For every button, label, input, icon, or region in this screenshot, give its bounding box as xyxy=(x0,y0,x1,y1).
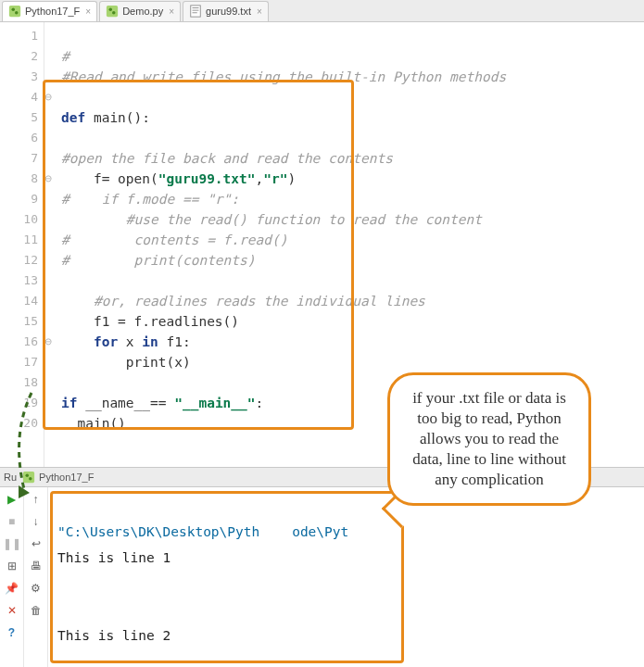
scroll-up-button[interactable]: ↑ xyxy=(28,491,44,508)
svg-point-13 xyxy=(29,477,32,481)
svg-rect-6 xyxy=(191,6,201,17)
close-icon[interactable]: × xyxy=(85,6,91,17)
python-file-icon xyxy=(8,5,21,18)
layout-button[interactable]: ⊞ xyxy=(4,558,20,574)
svg-point-2 xyxy=(15,11,19,15)
run-label: Ru xyxy=(4,472,17,483)
svg-rect-11 xyxy=(23,472,34,483)
fold-icon[interactable]: ⊖ xyxy=(44,169,59,189)
help-button[interactable]: ? xyxy=(4,624,20,641)
settings-button[interactable]: ⚙ xyxy=(28,580,44,597)
close-icon[interactable]: × xyxy=(169,6,174,17)
clear-button[interactable]: 🗑 xyxy=(28,602,44,619)
text-file-icon xyxy=(189,5,202,18)
python-file-icon xyxy=(106,5,119,18)
annotation-callout: if your .txt file or data is too big to … xyxy=(387,372,591,506)
close-icon[interactable]: × xyxy=(257,6,262,17)
console-output[interactable]: "C:\Users\DK\Desktop\Pyth ode\Pyt This i… xyxy=(48,487,644,667)
tab-label: guru99.txt xyxy=(206,6,251,17)
fold-icon[interactable]: ⊖ xyxy=(44,332,59,352)
python-file-icon xyxy=(22,471,35,484)
tab-guru99[interactable]: guru99.txt × xyxy=(183,1,269,21)
tab-python17[interactable]: Python17_F × xyxy=(2,1,97,21)
pause-button[interactable]: ❚❚ xyxy=(4,535,20,552)
stop-button[interactable]: ■ xyxy=(4,513,20,530)
run-panel: ▶ ■ ❚❚ ⊞ 📌 ✕ ? ↑ ↓ ↩ 🖶 ⚙ 🗑 "C:\Users\DK\… xyxy=(0,487,644,667)
pin-button[interactable]: 📌 xyxy=(4,580,20,597)
scroll-down-button[interactable]: ↓ xyxy=(28,513,44,530)
console-line: This is line 2 xyxy=(57,628,170,643)
close-button[interactable]: ✕ xyxy=(4,602,20,619)
tab-label: Python17_F xyxy=(25,6,80,17)
console-line: This is line 1 xyxy=(57,550,170,565)
console-path: "C:\Users\DK\Desktop\Pyth ode\Pyt xyxy=(57,524,348,539)
editor-tab-bar: Python17_F × Demo.py × guru99.txt × xyxy=(0,0,644,22)
fold-icon[interactable]: ⊖ xyxy=(44,87,59,107)
run-toolbar-left: ▶ ■ ❚❚ ⊞ 📌 ✕ ? xyxy=(0,487,24,667)
svg-point-5 xyxy=(112,11,116,15)
tab-demo[interactable]: Demo.py × xyxy=(99,1,181,21)
softwrap-button[interactable]: ↩ xyxy=(28,535,44,552)
run-button[interactable]: ▶ xyxy=(4,491,20,508)
svg-rect-0 xyxy=(9,6,20,17)
tab-label: Demo.py xyxy=(122,6,163,17)
run-config-name: Python17_F xyxy=(39,472,94,483)
run-toolbar-right: ↑ ↓ ↩ 🖶 ⚙ 🗑 xyxy=(24,487,48,667)
svg-point-12 xyxy=(26,474,30,478)
svg-point-1 xyxy=(12,8,16,12)
svg-point-4 xyxy=(109,8,113,12)
fold-strip: ⊖ ⊖ ⊖ xyxy=(44,22,59,467)
line-gutter: 1234567891011121314151617181920 xyxy=(0,22,44,467)
svg-rect-3 xyxy=(107,6,118,17)
print-button[interactable]: 🖶 xyxy=(28,558,44,574)
